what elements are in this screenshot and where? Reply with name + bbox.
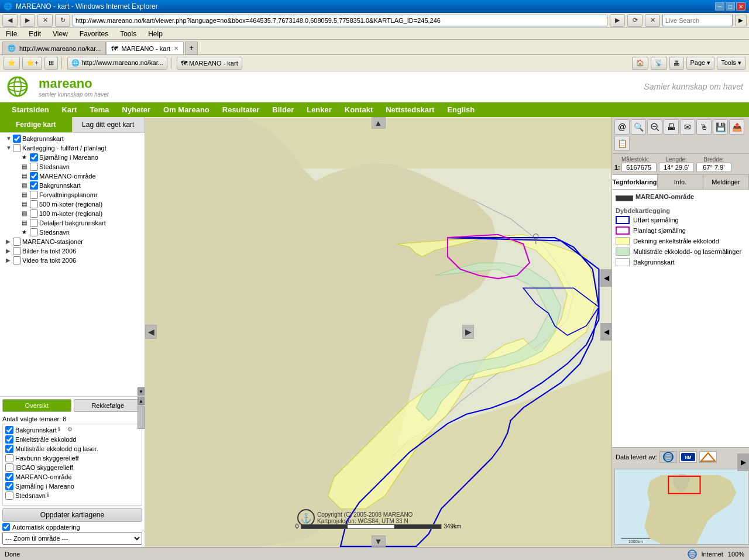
tab2-close[interactable]: ✕ bbox=[174, 45, 178, 51]
tab-2[interactable]: 🗺 MAREANO - kart ✕ bbox=[106, 42, 184, 54]
close-button[interactable]: ✕ bbox=[736, 2, 745, 11]
minimap[interactable]: 1000km bbox=[614, 469, 749, 545]
tool-zoom-in[interactable]: 🔍 bbox=[631, 119, 646, 135]
map-nav-right[interactable]: ▶ bbox=[462, 325, 474, 339]
tree-check-stasjoner[interactable] bbox=[13, 238, 21, 246]
nav-lenker[interactable]: Lenker bbox=[301, 103, 338, 116]
map-area[interactable]: ▲ ◀ ▶ ▼ bbox=[145, 117, 611, 547]
tree-toggle[interactable]: ▼ bbox=[6, 135, 13, 142]
tree-item-detaljert[interactable]: ▤ Detaljert bakgrunnskart bbox=[1, 218, 143, 228]
nav-english[interactable]: English bbox=[441, 103, 480, 116]
new-tab-button[interactable]: + bbox=[185, 42, 198, 54]
map-svg[interactable] bbox=[145, 117, 611, 547]
tree-check-detaljert[interactable] bbox=[30, 219, 38, 227]
tree-check-bakgrunnskart2[interactable] bbox=[30, 181, 38, 190]
back-button[interactable]: ◀ bbox=[2, 14, 18, 27]
tree-check-bakgrunnskart1[interactable] bbox=[13, 135, 21, 143]
info-icon-2[interactable]: ℹ bbox=[47, 492, 55, 500]
scrollbar-down[interactable]: ▼ bbox=[138, 387, 145, 396]
tree-check-kartlegging[interactable] bbox=[13, 144, 21, 152]
tree-item-sjomaling[interactable]: ★ Sjømåling i Mareano bbox=[1, 153, 143, 162]
maximize-button[interactable]: □ bbox=[726, 2, 735, 11]
nav-tema[interactable]: Tema bbox=[84, 103, 115, 116]
tool-save[interactable]: 💾 bbox=[713, 119, 728, 135]
settings-icon-1[interactable]: ⚙ bbox=[67, 426, 75, 434]
tool-email[interactable]: ✉ bbox=[680, 119, 695, 135]
stop-icon-button[interactable]: ✕ bbox=[645, 14, 660, 27]
ov-check-mareano2[interactable] bbox=[5, 473, 13, 481]
ov-ibcao[interactable]: IBCAO skyggerelieff bbox=[4, 463, 140, 472]
tree-toggle-kartlegging[interactable]: ▼ bbox=[6, 145, 13, 151]
ov-tab-rekkefole[interactable]: Rekkefølge bbox=[74, 399, 143, 412]
home-button[interactable]: 🏠 bbox=[632, 57, 648, 70]
scrollbar-up[interactable]: ▲ bbox=[138, 397, 145, 405]
tool-extra1[interactable]: 🖱 bbox=[696, 119, 712, 135]
ov-sjomaling[interactable]: Sjømåling i Mareano bbox=[4, 482, 140, 491]
ov-check-enkelt[interactable] bbox=[5, 435, 13, 444]
tree-item-video[interactable]: ▶ Video fra tokt 2006 bbox=[1, 256, 143, 265]
nav-startsiden[interactable]: Startsiden bbox=[6, 103, 55, 116]
ov-bakgrunnskart[interactable]: Bakgrunnskart ℹ ⚙ bbox=[4, 425, 140, 435]
menu-help[interactable]: Help bbox=[146, 29, 165, 39]
legend-tab-info[interactable]: Info. bbox=[658, 175, 703, 189]
tool-zoom-out[interactable] bbox=[647, 119, 662, 135]
nav-kontakt[interactable]: Kontakt bbox=[339, 103, 379, 116]
toolbar-grid[interactable]: ⊞ bbox=[44, 57, 58, 70]
tree-check-bilder[interactable] bbox=[13, 247, 21, 255]
tool-extra2[interactable]: 📤 bbox=[729, 119, 744, 135]
go-button[interactable]: ▶ bbox=[610, 14, 625, 27]
tree-item-kartlegging[interactable]: ▼ Kartlegging - fullført / planlagt bbox=[1, 143, 143, 153]
nav-resultater[interactable]: Resultater bbox=[217, 103, 266, 116]
ov-stedsnavn[interactable]: Stedsnavn ℹ bbox=[4, 491, 140, 500]
tree-item-forvaltning[interactable]: ▤ Forvaltningsplanomr. bbox=[1, 190, 143, 200]
menu-tools[interactable]: Tools bbox=[118, 29, 139, 39]
panel-nav-left[interactable]: ◀ bbox=[600, 323, 612, 341]
ov-multistrale[interactable]: Multistråle ekkolodd og laser. bbox=[4, 444, 140, 454]
ov-check-stedsnavn[interactable] bbox=[5, 492, 13, 500]
ov-tab-oversikt[interactable]: Oversikt bbox=[2, 399, 71, 412]
sidebar-tab-lag[interactable]: Lag ditt eget kart bbox=[73, 117, 145, 132]
tree-item-stasjoner[interactable]: ▶ MAREANO-stasjoner bbox=[1, 237, 143, 246]
ov-enkeltstrele[interactable]: Enkeltstråle ekkolodd bbox=[4, 435, 140, 444]
menu-file[interactable]: File bbox=[4, 29, 19, 39]
tree-check-stedsnavn1[interactable] bbox=[30, 163, 38, 171]
ov-check-havbunn[interactable] bbox=[5, 454, 13, 462]
tree-item-bakgrunnskart1[interactable]: ▼ Bakgrunnskart bbox=[1, 134, 143, 143]
auto-update-check[interactable] bbox=[2, 523, 10, 531]
tree-check-500m[interactable] bbox=[30, 200, 38, 208]
favorites-star[interactable]: ⭐ bbox=[4, 57, 20, 70]
nav-bilder[interactable]: Bilder bbox=[266, 103, 300, 116]
search-input[interactable] bbox=[662, 15, 733, 26]
tree-item-stedsnavn1[interactable]: ▤ Stedsnavn bbox=[1, 162, 143, 171]
sidebar-tab-ferdige[interactable]: Ferdige kart bbox=[0, 117, 73, 132]
minimize-button[interactable]: ─ bbox=[715, 2, 724, 11]
tree-check-100m[interactable] bbox=[30, 209, 38, 218]
menu-view[interactable]: View bbox=[50, 29, 70, 39]
tool-print[interactable]: 🖶 bbox=[664, 119, 679, 135]
map-nav-bottom[interactable]: ▼ bbox=[372, 535, 386, 547]
tool-info[interactable]: @ bbox=[614, 119, 630, 135]
refresh-button[interactable]: ↻ bbox=[55, 14, 70, 27]
ov-check-ibcao[interactable] bbox=[5, 463, 13, 472]
address-input[interactable] bbox=[73, 15, 607, 26]
logo[interactable]: mareano samler kunnskap om havet bbox=[6, 75, 109, 98]
legend-tab-meldinger[interactable]: Meldinger bbox=[703, 175, 749, 189]
add-favorites[interactable]: ⭐+ bbox=[22, 57, 42, 70]
tree-item-500m[interactable]: ▤ 500 m-koter (regional) bbox=[1, 200, 143, 209]
scrollbar-thumb[interactable] bbox=[138, 406, 145, 429]
legend-tab-tegnforklaring[interactable]: Tegnforklaring bbox=[612, 175, 658, 189]
menu-edit[interactable]: Edit bbox=[26, 29, 43, 39]
refresh-icon-button[interactable]: ⟳ bbox=[627, 14, 643, 27]
tree-item-bakgrunnskart2[interactable]: ▤ Bakgrunnskart bbox=[1, 181, 143, 190]
search-go-button[interactable]: ▶ bbox=[735, 15, 747, 26]
tools-menu-btn[interactable]: Tools ▾ bbox=[717, 57, 745, 70]
tab-1[interactable]: 🌐 http://www.mareano.no/kar... bbox=[2, 42, 106, 54]
feeds-button[interactable]: 📡 bbox=[651, 57, 667, 70]
menu-favorites[interactable]: Favorites bbox=[77, 29, 111, 39]
nav-kart[interactable]: Kart bbox=[56, 103, 83, 116]
ov-mareano-omrade[interactable]: MAREANO-område bbox=[4, 472, 140, 482]
print-button[interactable]: 🖶 bbox=[669, 57, 684, 70]
tree-check-mareano[interactable] bbox=[30, 172, 38, 180]
tree-item-100m[interactable]: ▤ 100 m-koter (regional) bbox=[1, 209, 143, 218]
tree-check-video[interactable] bbox=[13, 256, 21, 264]
